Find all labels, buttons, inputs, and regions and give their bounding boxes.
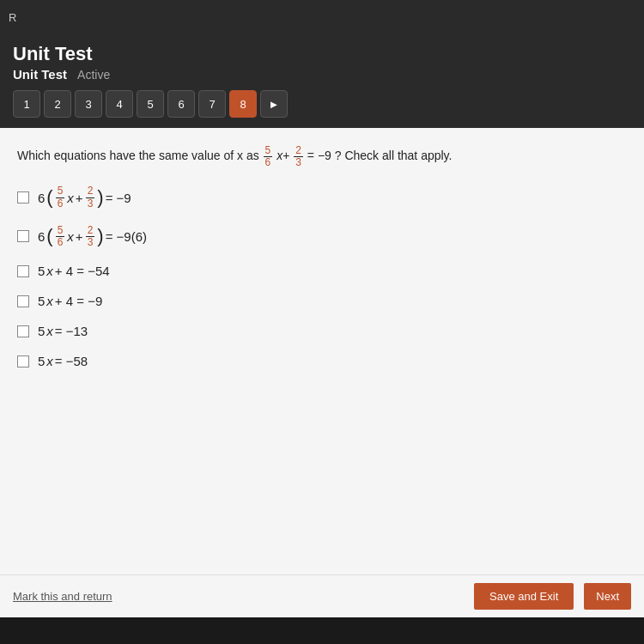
- subtitle-row: Unit Test Active: [13, 67, 631, 82]
- bottom-bar: Mark this and return Save and Exit Next: [0, 574, 644, 617]
- status-badge: Active: [77, 68, 110, 82]
- tab-1[interactable]: 1: [13, 90, 40, 118]
- mark-return-link[interactable]: Mark this and return: [13, 590, 112, 603]
- question-suffix: ? Check all that apply.: [335, 149, 453, 162]
- opt2-frac-5-6: 5 6: [56, 225, 65, 248]
- option-4-math: 5x + 4 = −9: [38, 294, 102, 308]
- tab-2[interactable]: 2: [44, 90, 71, 118]
- next-button[interactable]: Next: [584, 583, 631, 610]
- question-equation: 5 6 x+ 2 3 = −9: [263, 149, 335, 162]
- option-5: 5x = −13: [17, 324, 627, 338]
- page-title: Unit Test: [13, 43, 631, 65]
- tab-3[interactable]: 3: [75, 90, 102, 118]
- checkbox-2[interactable]: [17, 230, 29, 242]
- tab-4[interactable]: 4: [106, 90, 133, 118]
- checkbox-5[interactable]: [17, 325, 29, 337]
- opt1-frac-2-3: 2 3: [86, 185, 95, 209]
- option-5-math: 5x = −13: [38, 324, 88, 338]
- question-tabs: 1 2 3 4 5 6 7 8 ►: [13, 90, 631, 128]
- checkbox-1[interactable]: [17, 191, 29, 204]
- option-2: 6 ( 5 6 x + 2 3 ) = −9(6): [17, 225, 627, 248]
- option-2-math: 6 ( 5 6 x + 2 3 ) = −9(6): [38, 225, 147, 248]
- header: Unit Test Unit Test Active 1 2 3 4 5 6 7…: [0, 34, 644, 128]
- next-arrow[interactable]: ►: [260, 90, 288, 118]
- option-1-math: 6 ( 5 6 x + 2 3 ) = −9: [38, 185, 131, 209]
- top-bar: R: [0, 0, 644, 34]
- checkbox-3[interactable]: [17, 265, 29, 277]
- opt2-frac-2-3: 2 3: [86, 225, 95, 248]
- fraction-2-3: 2 3: [294, 145, 303, 168]
- option-1: 6 ( 5 6 x + 2 3 ) = −9: [17, 185, 627, 209]
- main-content: Which equations have the same value of x…: [0, 128, 644, 617]
- option-6-math: 5x = −58: [38, 354, 88, 368]
- top-bar-label: R: [9, 11, 16, 24]
- action-buttons: Save and Exit Next: [474, 583, 631, 610]
- tab-6[interactable]: 6: [167, 90, 195, 118]
- opt1-frac-5-6: 5 6: [56, 185, 65, 209]
- checkbox-6[interactable]: [17, 355, 29, 368]
- tab-7[interactable]: 7: [198, 90, 226, 118]
- question-prefix: Which equations have the same value of x…: [17, 149, 263, 162]
- question-text: Which equations have the same value of x…: [17, 145, 627, 168]
- subtitle-label: Unit Test: [13, 67, 67, 82]
- tab-5[interactable]: 5: [137, 90, 164, 118]
- save-exit-button[interactable]: Save and Exit: [474, 583, 574, 610]
- option-4: 5x + 4 = −9: [17, 294, 627, 308]
- option-3-math: 5x + 4 = −54: [38, 264, 110, 278]
- fraction-5-6: 5 6: [264, 145, 273, 168]
- checkbox-4[interactable]: [17, 295, 29, 307]
- option-6: 5x = −58: [17, 354, 627, 368]
- option-3: 5x + 4 = −54: [17, 264, 627, 278]
- x-var: x: [276, 149, 283, 162]
- tab-8[interactable]: 8: [229, 90, 257, 118]
